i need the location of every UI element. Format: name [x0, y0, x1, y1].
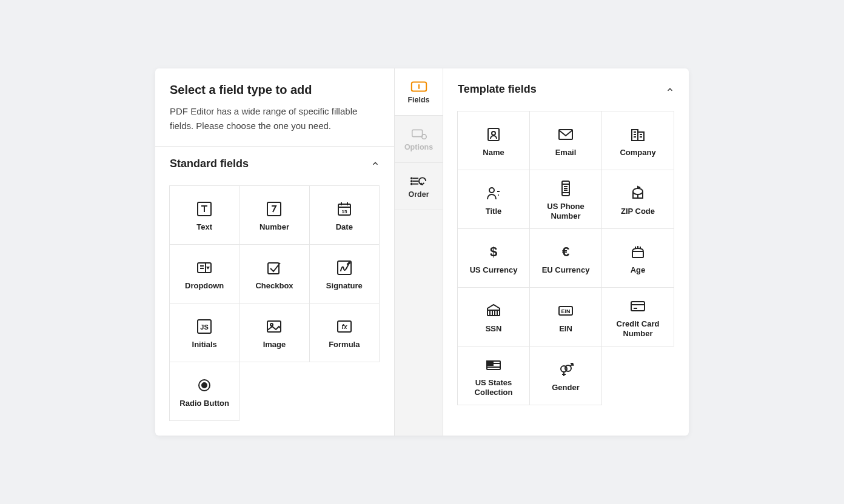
- svg-point-44: [498, 194, 499, 196]
- field-label: US Currency: [470, 265, 518, 275]
- svg-rect-66: [631, 302, 645, 311]
- field-label: Title: [486, 207, 502, 216]
- svg-text:15: 15: [341, 209, 347, 214]
- standard-field-checkbox[interactable]: Checkbox: [239, 244, 309, 303]
- us-currency-icon: $: [485, 241, 502, 263]
- field-label: EU Currency: [542, 265, 590, 275]
- template-field-us-currency[interactable]: $US Currency: [457, 228, 530, 288]
- options-tab-icon: [410, 127, 428, 141]
- tab-options: Options: [395, 116, 443, 163]
- dropdown-icon: [196, 257, 213, 279]
- template-fields-grid: NameEmailCompanyTitleUS Phone NumberZIP …: [443, 101, 689, 420]
- credit-card-icon: [629, 295, 646, 317]
- svg-text:$: $: [490, 244, 497, 259]
- intro-block: Select a field type to add PDF Editor ha…: [155, 68, 394, 147]
- svg-marker-13: [347, 262, 350, 265]
- template-fields-header[interactable]: Template fields: [443, 68, 689, 101]
- checkbox-icon: [266, 257, 283, 279]
- template-field-email[interactable]: Email: [529, 111, 602, 170]
- template-field-ssn[interactable]: SSN: [457, 287, 530, 346]
- field-label: US Phone Number: [532, 202, 599, 222]
- gender-icon: [557, 359, 574, 380]
- field-label: Date: [336, 222, 353, 232]
- standard-field-signature[interactable]: Signature: [309, 244, 380, 303]
- field-label: Image: [263, 340, 286, 350]
- svg-text:€: €: [562, 244, 569, 259]
- standard-field-radio[interactable]: Radio Button: [169, 362, 239, 421]
- standard-field-dropdown[interactable]: Dropdown: [169, 244, 239, 303]
- svg-point-33: [492, 131, 495, 135]
- phone-icon: [557, 177, 574, 199]
- standard-fields-heading: Standard fields: [170, 158, 249, 170]
- ein-icon: EIN: [557, 300, 574, 322]
- left-panel: Select a field type to add PDF Editor ha…: [155, 68, 395, 436]
- field-label: Checkbox: [255, 281, 293, 291]
- template-field-age[interactable]: Age: [601, 228, 674, 288]
- svg-rect-54: [632, 251, 643, 257]
- template-field-company[interactable]: Company: [601, 111, 674, 170]
- template-field-title[interactable]: Title: [457, 170, 530, 229]
- age-icon: [629, 241, 646, 263]
- field-label: Signature: [326, 281, 363, 291]
- template-field-name[interactable]: Name: [457, 111, 530, 170]
- template-field-zip[interactable]: ZIP Code: [601, 170, 674, 229]
- svg-point-21: [202, 383, 207, 388]
- tab-order[interactable]: Order: [395, 163, 443, 210]
- template-fields-heading: Template fields: [458, 83, 537, 96]
- template-field-gender[interactable]: Gender: [529, 346, 602, 405]
- tab-fields[interactable]: Fields: [395, 68, 443, 116]
- standard-field-text[interactable]: Text: [169, 185, 239, 245]
- template-field-us-states[interactable]: US States Collection: [457, 346, 530, 405]
- chevron-up-icon: [666, 85, 674, 94]
- us-states-icon: [485, 354, 502, 376]
- standard-fields-grid: TextNumber15DateDropdownCheckboxSignatur…: [155, 175, 394, 436]
- title-icon: [485, 182, 502, 204]
- svg-rect-24: [412, 130, 422, 136]
- number-icon: [266, 198, 283, 220]
- image-icon: [266, 316, 283, 337]
- standard-field-image[interactable]: Image: [239, 303, 309, 362]
- svg-point-31: [410, 184, 412, 185]
- field-label: Gender: [552, 383, 580, 393]
- field-label: EIN: [559, 324, 572, 334]
- field-picker-card: Select a field type to add PDF Editor ha…: [155, 68, 689, 436]
- field-label: US States Collection: [460, 378, 527, 398]
- fields-tab-icon: [410, 80, 428, 93]
- field-label: Number: [260, 222, 289, 232]
- template-field-credit-card[interactable]: Credit Card Number: [601, 287, 674, 346]
- svg-rect-70: [487, 361, 493, 365]
- svg-text:JS: JS: [200, 323, 208, 331]
- field-label: SSN: [486, 324, 502, 334]
- signature-icon: [336, 257, 353, 279]
- template-field-ein[interactable]: EINEIN: [529, 287, 602, 346]
- field-label: Email: [555, 148, 577, 158]
- standard-field-formula[interactable]: fxFormula: [309, 303, 380, 362]
- standard-field-number[interactable]: Number: [239, 185, 309, 245]
- date-icon: 15: [336, 198, 353, 220]
- tab-order-label: Order: [408, 190, 429, 199]
- name-icon: [485, 124, 502, 145]
- field-label: Credit Card Number: [605, 319, 671, 339]
- standard-field-initials[interactable]: JSInitials: [169, 303, 239, 362]
- tab-fields-label: Fields: [407, 96, 429, 104]
- field-label: Age: [631, 265, 646, 275]
- field-label: Dropdown: [185, 281, 224, 291]
- eu-currency-icon: €: [557, 241, 574, 263]
- company-icon: [629, 124, 646, 145]
- svg-text:fx: fx: [341, 323, 347, 330]
- field-label: Initials: [192, 340, 217, 350]
- formula-icon: fx: [336, 316, 353, 337]
- field-label: Company: [620, 148, 655, 158]
- field-label: Formula: [329, 340, 360, 350]
- text-icon: [196, 198, 213, 220]
- tab-options-label: Options: [404, 143, 433, 151]
- standard-field-date[interactable]: 15Date: [309, 185, 380, 245]
- svg-rect-34: [559, 130, 572, 139]
- tabs-strip: Fields Options: [395, 68, 443, 436]
- svg-point-17: [270, 323, 273, 326]
- standard-fields-header[interactable]: Standard fields: [155, 147, 394, 175]
- template-field-eu-currency[interactable]: €EU Currency: [529, 228, 602, 288]
- template-field-phone[interactable]: US Phone Number: [529, 170, 602, 229]
- field-label: Text: [196, 222, 212, 232]
- chevron-up-icon: [371, 159, 380, 168]
